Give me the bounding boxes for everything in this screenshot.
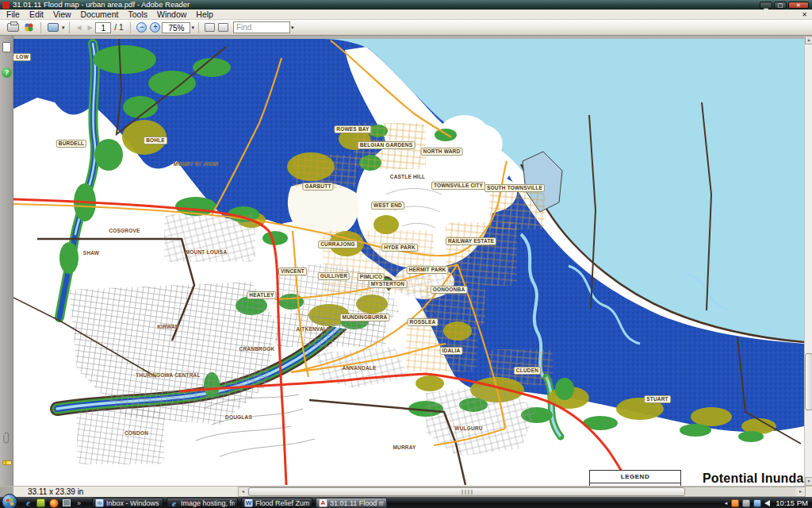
- windows-mail-icon: ✉: [95, 498, 104, 507]
- legend-title: LEGEND: [590, 473, 680, 480]
- quick-launch: e »: [23, 498, 84, 508]
- minimize-button[interactable]: ▁: [760, 2, 772, 9]
- horizontal-scrollbar[interactable]: ◄ ►: [238, 487, 806, 497]
- zoom-level-input[interactable]: 75%: [162, 22, 190, 33]
- show-desktop-icon[interactable]: [63, 499, 71, 506]
- quick-launch-overflow-icon[interactable]: »: [74, 498, 84, 508]
- map-title: Potential Inundation -: [703, 471, 804, 486]
- share-caret-icon[interactable]: ▾: [62, 25, 65, 31]
- document-pane: ?: [0, 36, 812, 486]
- email-share-icon[interactable]: [48, 23, 59, 32]
- tray-update-icon[interactable]: [742, 499, 750, 507]
- suburb-label: ANNANDALE: [343, 365, 377, 371]
- attachments-panel-icon[interactable]: [2, 432, 12, 448]
- page-number-input[interactable]: 1: [95, 22, 111, 33]
- acrobat-collaborate-icon[interactable]: [24, 22, 34, 33]
- menu-document[interactable]: Document: [76, 10, 124, 19]
- menu-bar: File Edit View Document Tools Window Hel…: [0, 10, 812, 20]
- menu-edit[interactable]: Edit: [25, 10, 48, 19]
- tray-collapse-icon[interactable]: ◄: [723, 501, 728, 506]
- comments-panel-icon[interactable]: [2, 454, 12, 468]
- pdf-app-icon: [2, 2, 10, 9]
- suburb-label: IDALIA: [440, 347, 463, 355]
- zoom-caret-icon[interactable]: ▾: [191, 25, 194, 31]
- quick-launch-app-icon[interactable]: [36, 498, 45, 507]
- suburb-label: COSGROVE: [109, 228, 140, 233]
- scroll-up-icon[interactable]: ▲: [805, 36, 812, 44]
- suburb-label: BOHLE: [144, 137, 167, 144]
- suburb-label: THURINGOWA CENTRAL: [136, 372, 200, 378]
- suburb-label: STUART: [644, 395, 671, 403]
- suburb-label: TOWNSVILLE CITY: [431, 182, 485, 190]
- adobe-reader-window: 31.01.11 Flood map - urban area.pdf - Ad…: [0, 0, 812, 508]
- tray-clock: 10:15 PM: [776, 498, 808, 507]
- menu-window[interactable]: Window: [152, 10, 191, 19]
- horizontal-scroll-thumb[interactable]: [248, 487, 685, 496]
- start-button[interactable]: [2, 494, 17, 508]
- document-close-icon[interactable]: ✕: [797, 11, 812, 18]
- window-title: 31.01.11 Flood map - urban area.pdf - Ad…: [13, 0, 190, 10]
- fit-page-icon[interactable]: [218, 23, 228, 32]
- pdf-map-canvas[interactable]: T LOW BURDELL BOHLE MOUNT ST JOHN ROWES …: [13, 36, 804, 486]
- suburb-label: GARBUTT: [302, 183, 333, 190]
- find-caret-icon[interactable]: ▾: [291, 25, 294, 31]
- suburb-label: NORTH WARD: [421, 148, 463, 156]
- map-legend: LEGEND: [589, 470, 681, 486]
- navigation-sidebar: ?: [0, 36, 13, 486]
- tray-app-icon[interactable]: [731, 499, 739, 507]
- zoom-in-icon[interactable]: +: [150, 22, 160, 33]
- page-total-label: / 1: [114, 23, 123, 32]
- suburb-label: OONOONBA: [431, 286, 468, 294]
- suburb-label: MOUNT ST JOHN: [174, 161, 218, 167]
- suburb-label: VINCENT: [278, 267, 307, 275]
- scroll-left-icon[interactable]: ◄: [239, 487, 247, 496]
- menu-tools[interactable]: Tools: [123, 10, 152, 19]
- suburb-label: BELGIAN GARDENS: [358, 141, 416, 149]
- vertical-scrollbar[interactable]: ▲ ▼: [804, 36, 812, 486]
- suburb-label: CONDON: [124, 430, 148, 436]
- find-input[interactable]: [233, 21, 290, 33]
- scroll-right-icon[interactable]: ►: [796, 487, 805, 496]
- taskbar-button-image-hosting[interactable]: e Image hosting, free ...: [167, 498, 238, 508]
- suburb-label: MYSTERTON: [369, 280, 408, 288]
- internet-explorer-icon[interactable]: e: [23, 498, 33, 508]
- suburb-label: HYDE PARK: [381, 244, 418, 252]
- suburb-label: SOUTH TOWNSVILLE: [485, 184, 545, 192]
- help-icon[interactable]: ?: [2, 67, 12, 78]
- suburb-label: ROSSLEA: [408, 318, 439, 326]
- firefox-icon[interactable]: [49, 498, 59, 508]
- pdf-icon: A: [319, 498, 327, 507]
- suburb-label: GULLIVER: [318, 272, 350, 280]
- internet-explorer-icon: e: [170, 498, 178, 507]
- taskbar-button-flood-relief[interactable]: W Flood Relief Zumbat...: [241, 498, 312, 508]
- suburb-label: MURRAY: [393, 444, 416, 450]
- scrolling-mode-icon[interactable]: [205, 23, 215, 32]
- network-icon[interactable]: [753, 499, 761, 507]
- suburb-label: MUNDINGBURRA: [340, 314, 390, 321]
- vertical-scroll-thumb[interactable]: [805, 353, 812, 410]
- system-tray: ◄ 10:15 PM: [723, 498, 812, 507]
- close-button[interactable]: ✕: [788, 2, 809, 9]
- suburb-label: CLUDEN: [514, 367, 541, 375]
- suburb-label: RAILWAY ESTATE: [446, 237, 496, 245]
- pages-panel-icon[interactable]: [2, 42, 11, 52]
- previous-view-icon[interactable]: ◄: [75, 23, 83, 32]
- windows-taskbar: e » ✉ Inbox - Windows Mail e Image hosti…: [0, 497, 812, 508]
- suburb-label: T LOW: [13, 53, 31, 61]
- next-view-icon[interactable]: ►: [86, 23, 94, 32]
- toolbar: ▾ ◄ ► 1 / 1 − + 75% ▾ ▾: [0, 20, 812, 36]
- menu-file[interactable]: File: [2, 10, 25, 19]
- taskbar-button-windows-mail[interactable]: ✉ Inbox - Windows Mail: [92, 498, 163, 508]
- volume-icon[interactable]: [764, 500, 770, 506]
- word-document-icon: W: [244, 498, 253, 507]
- menu-view[interactable]: View: [48, 10, 76, 19]
- scroll-down-icon[interactable]: ▼: [805, 477, 812, 486]
- taskbar-buttons: ✉ Inbox - Windows Mail e Image hosting, …: [92, 498, 387, 508]
- menu-help[interactable]: Help: [191, 10, 218, 19]
- suburb-label: BURDELL: [56, 140, 86, 148]
- maximize-button[interactable]: ▢: [774, 2, 787, 9]
- print-icon[interactable]: [7, 23, 19, 32]
- zoom-out-icon[interactable]: −: [136, 22, 147, 33]
- taskbar-button-flood-map-pdf[interactable]: A 31.01.11 Flood map ...: [316, 498, 387, 508]
- suburb-label: AITKENVALE: [296, 326, 330, 332]
